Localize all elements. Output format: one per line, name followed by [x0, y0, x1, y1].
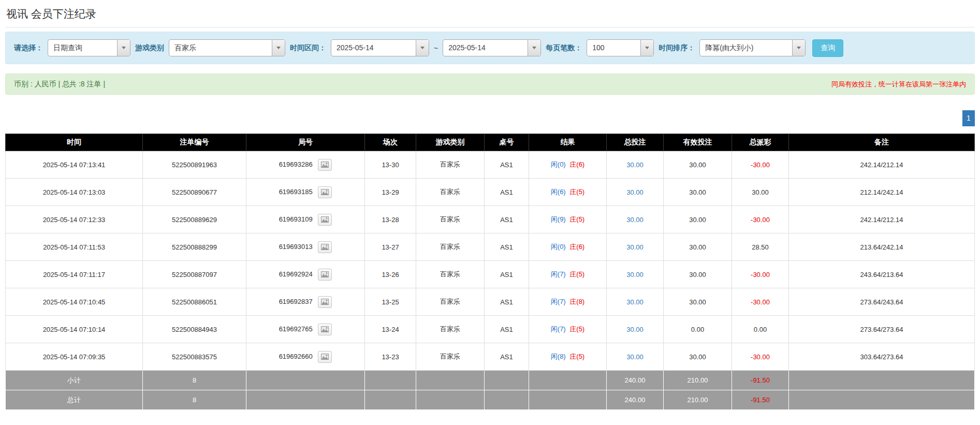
- game-type-dropdown[interactable]: 百家乐: [169, 39, 285, 56]
- cell-bet-id: 522500889629: [143, 206, 246, 233]
- round-detail-button[interactable]: [318, 241, 332, 253]
- table-row: 2025-05-14 07:13:03 522500890677 6196931…: [6, 179, 975, 206]
- round-detail-button[interactable]: [318, 186, 332, 198]
- cell-result: 闲(7) 庄(5): [529, 316, 607, 343]
- cell-game-type: 百家乐: [416, 316, 485, 343]
- cell-note: 273.64/243.64: [789, 288, 975, 316]
- round-result-icon: [321, 216, 329, 223]
- cell-result: 闲(6) 庄(5): [529, 179, 607, 206]
- total-count: 8: [143, 390, 246, 410]
- per-page-dropdown[interactable]: 100: [587, 39, 654, 56]
- round-result-icon: [321, 354, 329, 360]
- dropdown-caret-button[interactable]: [528, 40, 540, 56]
- chevron-down-icon: [532, 47, 536, 49]
- search-button[interactable]: 查询: [812, 39, 843, 57]
- cell-total-bet[interactable]: 30.00: [607, 288, 664, 316]
- cell-result: 闲(0) 庄(6): [529, 151, 607, 179]
- cell-total-bet[interactable]: 30.00: [607, 261, 664, 288]
- cell-session: 13-26: [365, 261, 416, 288]
- chevron-down-icon: [645, 47, 649, 49]
- per-page-label: 每页笔数：: [546, 43, 582, 53]
- round-detail-button[interactable]: [318, 351, 332, 363]
- cell-total-bet[interactable]: 30.00: [607, 343, 664, 371]
- cell-time: 2025-05-14 07:09:35: [6, 343, 143, 371]
- cell-table-no: AS1: [485, 151, 529, 179]
- result-banker: 庄(6): [569, 160, 584, 168]
- cell-round: 619692924: [246, 261, 365, 288]
- round-detail-button[interactable]: [318, 159, 332, 171]
- result-banker: 庄(6): [569, 243, 584, 251]
- cell-time: 2025-05-14 07:13:03: [6, 179, 143, 206]
- query-type-dropdown[interactable]: 日期查询: [48, 39, 130, 56]
- total-total-bet: 240.00: [607, 390, 664, 410]
- header-session: 场次: [365, 134, 416, 151]
- page: 视讯 会员下注纪录 请选择： 日期查询 游戏类别 百家乐 时间区间： 2025-…: [0, 0, 980, 410]
- cell-valid-bet: 30.00: [664, 343, 732, 371]
- cell-total-bet[interactable]: 30.00: [607, 206, 664, 233]
- sort-dropdown[interactable]: 降冪(由大到小): [699, 39, 806, 56]
- dropdown-caret-button[interactable]: [272, 40, 285, 56]
- result-player: 闲(7): [551, 325, 566, 333]
- cell-note: 242.14/212.14: [789, 151, 975, 179]
- cell-total-bet[interactable]: 30.00: [607, 233, 664, 261]
- cell-game-type: 百家乐: [416, 288, 485, 316]
- subtotal-label: 小计: [6, 371, 143, 390]
- cell-note: 273.64/273.64: [789, 316, 975, 343]
- cell-bet-id: 522500883575: [143, 343, 246, 371]
- round-detail-button[interactable]: [318, 214, 332, 226]
- round-detail-button[interactable]: [318, 269, 332, 281]
- dropdown-caret-button[interactable]: [416, 40, 429, 56]
- query-type-value: 日期查询: [48, 40, 117, 56]
- cell-valid-bet: 30.00: [664, 151, 732, 179]
- cell-total-bet[interactable]: 30.00: [607, 151, 664, 179]
- table-row: 2025-05-14 07:10:14 522500884943 6196927…: [6, 316, 975, 343]
- cell-total-bet[interactable]: 30.00: [607, 316, 664, 343]
- subtotal-payout: -91.50: [732, 371, 789, 390]
- subtotal-count: 8: [143, 371, 246, 390]
- cell-session: 13-27: [365, 233, 416, 261]
- round-number: 619692660: [279, 352, 313, 360]
- summary-bar: 币别 : 人民币 | 总共 :8 注单 | 同局有效投注，统一计算在该局第一张注…: [5, 74, 975, 95]
- bet-records-table: 时间 注单编号 局号 场次 游戏类别 桌号 结果 总投注 有效投注 总派彩 备注…: [5, 134, 975, 410]
- round-detail-button[interactable]: [318, 296, 332, 308]
- round-detail-button[interactable]: [318, 324, 332, 335]
- page-number-button[interactable]: 1: [962, 110, 975, 126]
- round-number: 619692924: [279, 270, 313, 277]
- cell-total-bet[interactable]: 30.00: [607, 179, 664, 206]
- date-to-dropdown[interactable]: 2025-05-14: [443, 39, 541, 56]
- cell-payout: -30.00: [732, 261, 789, 288]
- cell-bet-id: 522500891963: [143, 151, 246, 179]
- cell-game-type: 百家乐: [416, 233, 485, 261]
- chevron-down-icon: [797, 47, 801, 49]
- dropdown-caret-button[interactable]: [640, 40, 653, 56]
- sort-value: 降冪(由大到小): [700, 40, 792, 56]
- select-label: 请选择：: [14, 43, 43, 53]
- table-row: 2025-05-14 07:13:41 522500891963 6196932…: [6, 151, 975, 179]
- total-payout: -91.50: [732, 390, 789, 410]
- round-result-icon: [321, 189, 329, 195]
- cell-result: 闲(9) 庄(5): [529, 206, 607, 233]
- chevron-down-icon: [122, 47, 126, 49]
- dropdown-caret-button[interactable]: [792, 40, 805, 56]
- cell-note: 212.14/242.14: [789, 179, 975, 206]
- dropdown-caret-button[interactable]: [117, 40, 130, 56]
- cell-session: 13-25: [365, 288, 416, 316]
- table-row: 2025-05-14 07:11:53 522500888299 6196930…: [6, 233, 975, 261]
- cell-result: 闲(7) 庄(5): [529, 261, 607, 288]
- result-player: 闲(7): [551, 298, 566, 305]
- cell-session: 13-24: [365, 316, 416, 343]
- total-valid-bet: 210.00: [664, 390, 732, 410]
- result-player: 闲(6): [551, 188, 566, 196]
- header-note: 备注: [789, 134, 975, 151]
- cell-payout: 0.00: [732, 316, 789, 343]
- cell-valid-bet: 30.00: [664, 179, 732, 206]
- cell-game-type: 百家乐: [416, 343, 485, 371]
- result-player: 闲(0): [551, 160, 566, 168]
- table-body: 2025-05-14 07:13:41 522500891963 6196932…: [6, 151, 975, 371]
- cell-payout: -30.00: [732, 343, 789, 371]
- header-valid-bet: 有效投注: [664, 134, 732, 151]
- date-from-dropdown[interactable]: 2025-05-14: [331, 39, 429, 56]
- round-result-icon: [321, 271, 329, 277]
- cell-table-no: AS1: [485, 179, 529, 206]
- cell-note: 213.64/242.14: [789, 233, 975, 261]
